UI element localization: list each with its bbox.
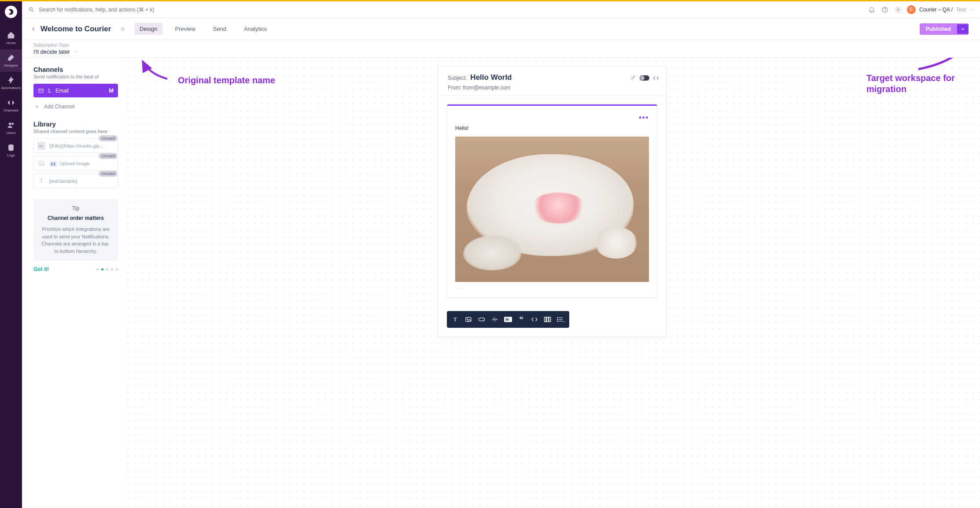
nav-automations[interactable]: Automations [0,72,22,94]
side-nav: Home Designer Automations Channels Users… [0,1,22,508]
tool-columns[interactable] [542,314,553,325]
svg-point-3 [29,7,32,11]
svg-point-11 [467,319,468,319]
tool-markdown[interactable]: M↓ [502,314,514,325]
svg-rect-15 [549,317,551,322]
tool-quote[interactable]: “ [516,314,527,325]
subject-value[interactable]: Hello World [470,73,512,82]
pager-dot[interactable] [96,268,99,271]
svg-point-9 [40,163,41,163]
got-it[interactable]: Got it! [33,266,49,272]
library-item-text: {testVariable} [49,178,77,184]
tool-text[interactable]: T [449,314,461,325]
selection-chip: ▮▮ [49,161,58,167]
publish-button[interactable]: Published [920,23,969,35]
tip-card: Tip Channel order matters Prioritize whi… [33,199,118,261]
nav-automations-label: Automations [1,86,21,90]
tip-title: Channel order matters [40,215,112,221]
svg-point-18 [557,321,558,321]
email-content-card[interactable]: ••• Hello! [447,104,657,298]
markdown-icon: M↓ [37,142,45,150]
tip-label: Tip [40,205,112,211]
divider [455,288,463,289]
tool-button[interactable] [476,314,487,325]
annotation-text: Original template name [178,75,275,85]
search-icon [28,7,34,13]
from-label: From: [448,85,461,91]
tab-analytics[interactable]: Analytics [239,23,272,35]
back-icon[interactable] [31,26,36,32]
pager-dot[interactable] [111,268,113,271]
subscription-topic[interactable]: Subscription Topic I'll decide later [33,43,79,55]
tip-body: Prioritize which Integrations are used t… [40,226,112,255]
library-item-variable[interactable]: Unused T {testVariable} [33,174,118,189]
image-icon [37,159,45,167]
block-toolbar: T M↓ “ [447,311,569,328]
tool-list[interactable] [555,314,567,325]
workspace-sub: Test [956,7,966,13]
tool-divider[interactable] [489,314,501,325]
library-item-image[interactable]: Unused ▮▮ Upload Image [33,156,118,171]
tool-code[interactable] [529,314,540,325]
add-channel[interactable]: Add Channel [33,102,118,111]
svg-point-0 [9,123,11,125]
subject-label: Subject: [448,75,467,81]
tab-preview[interactable]: Preview [169,23,200,35]
page-header: Welcome to Courier Design Preview Send A… [22,18,980,40]
sub-header: Subscription Topic I'll decide later [22,40,980,58]
bell-icon[interactable] [868,6,875,13]
channels-subtitle: Send notification to the best of [33,74,118,79]
channel-label: Email [55,88,69,94]
nav-logs[interactable]: Logs [0,139,22,162]
svg-point-5 [885,11,885,11]
svg-point-17 [557,319,558,319]
search-box[interactable] [28,7,863,13]
unused-badge: Unused [99,135,118,141]
tool-image[interactable] [463,314,474,325]
search-input[interactable] [39,7,863,13]
nav-channels[interactable]: Channels [0,94,22,117]
topic-value: I'll decide later [33,48,70,55]
library-item-markdown[interactable]: Unused M↓ ![Kitty](https://media.gip... [33,138,118,153]
workspace-switcher[interactable]: C Courier – QA / Test [907,5,974,14]
template-title: Welcome to Courier [41,25,111,33]
library-title: Library [33,120,118,128]
from-value[interactable]: from@example.com [463,85,511,91]
gear-icon[interactable] [120,26,125,32]
nav-designer[interactable]: Designer [0,49,22,72]
workspace-avatar: C [907,5,916,14]
designer-canvas[interactable]: Original template name Target workspace … [124,58,980,508]
content-image[interactable] [455,137,649,282]
arrow-icon [915,58,972,71]
left-panel: Channels Send notification to the best o… [22,58,124,508]
add-channel-label: Add Channel [44,104,74,110]
chevron-down-icon [961,27,965,31]
unused-badge: Unused [99,153,118,159]
svg-point-1 [12,123,14,125]
publish-label: Published [920,23,957,35]
annotation-text: Target workspace for migration [866,73,972,95]
nav-users[interactable]: Users [0,117,22,139]
help-icon[interactable] [881,6,888,13]
tab-send[interactable]: Send [208,23,232,35]
channel-email[interactable]: 1. Email M [33,84,118,97]
publish-caret[interactable] [957,24,969,34]
hello-text[interactable]: Hello! [455,125,649,131]
more-icon[interactable]: ••• [455,114,649,122]
pager-dot[interactable] [116,268,118,271]
library-subtitle: Shared channel content goes here [33,129,118,134]
workspace-main: Courier – QA / [919,7,953,13]
dark-toggle[interactable] [640,75,649,81]
svg-rect-13 [545,317,546,322]
svg-point-7 [122,28,124,30]
pager-dot[interactable] [106,268,108,271]
tip-pager: Got it! [33,266,118,272]
brand-logo[interactable] [5,6,17,18]
tab-design[interactable]: Design [134,23,162,35]
nav-home[interactable]: Home [0,27,22,49]
pager-dot[interactable] [101,268,103,271]
settings-icon[interactable] [895,6,902,13]
code-icon[interactable] [653,75,659,81]
wand-icon[interactable] [630,75,636,81]
top-bar: C Courier – QA / Test [22,1,980,18]
